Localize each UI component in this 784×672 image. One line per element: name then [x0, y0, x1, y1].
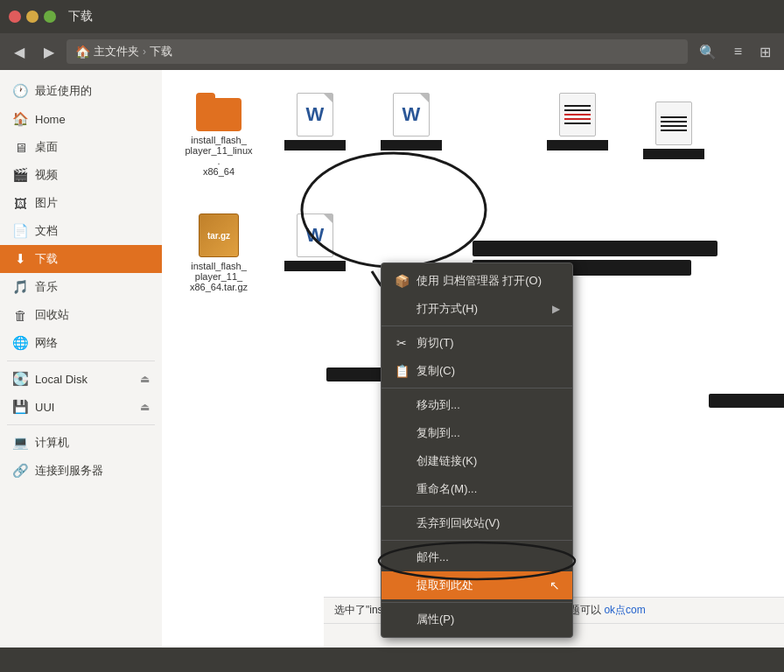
videos-icon: 🎬 — [12, 167, 28, 183]
ctx-label-copy: 复制(C) — [416, 363, 455, 379]
cursor-indicator: ↖ — [550, 578, 560, 592]
sidebar-item-computer[interactable]: 💻 计算机 — [0, 429, 162, 457]
word-icon-2: W — [393, 93, 430, 136]
sidebar-item-uui[interactable]: 💾 UUI ⏏ — [0, 393, 162, 421]
localdisk-eject-icon[interactable]: ⏏ — [140, 373, 150, 385]
file-item-doc1[interactable] — [538, 88, 617, 182]
sidebar-item-desktop[interactable]: 🖥 桌面 — [0, 133, 162, 161]
sidebar-label-music: 音乐 — [35, 279, 58, 295]
file-label-pdf1 — [643, 149, 704, 159]
toolbar: ◀ ▶ 🏠 主文件夹 › 下载 🔍 ≡ ⊞ — [0, 33, 784, 70]
connect-icon: 🔗 — [12, 463, 28, 479]
file-item-word3[interactable]: W — [276, 208, 354, 298]
ctx-email[interactable]: 邮件... — [382, 543, 572, 571]
file-label-tar: install_flash_player_11_x86_64.tar.gz — [190, 261, 248, 292]
sidebar-label-pictures: 图片 — [35, 195, 58, 211]
redacted-area-3 — [709, 394, 784, 408]
sidebar-label-recent: 最近使用的 — [35, 83, 92, 99]
file-label-word3 — [284, 261, 346, 271]
sidebar-label-desktop: 桌面 — [35, 139, 58, 155]
copy-icon: 📋 — [394, 364, 410, 378]
pdf-icon-1 — [655, 102, 692, 145]
desktop-icon: 🖥 — [12, 140, 28, 155]
sidebar-item-recent[interactable]: 🕐 最近使用的 — [0, 77, 162, 105]
ctx-label-rename: 重命名(M)... — [416, 481, 477, 497]
search-button[interactable]: 🔍 — [693, 40, 723, 64]
file-item-pdf1[interactable] — [634, 96, 713, 182]
ctx-label-properties: 属性(P) — [416, 612, 454, 627]
folder-icon — [196, 93, 242, 131]
sidebar-item-connect[interactable]: 🔗 连接到服务器 — [0, 457, 162, 485]
sidebar-label-documents: 文档 — [35, 223, 58, 239]
uui-eject-icon[interactable]: ⏏ — [140, 401, 150, 413]
back-button[interactable]: ◀ — [7, 40, 32, 64]
ctx-label-link: 创建链接(K) — [416, 453, 477, 469]
breadcrumb-bar: 🏠 主文件夹 › 下载 — [66, 39, 688, 64]
url-text: ok点com — [604, 604, 645, 616]
sidebar-item-localdisk[interactable]: 💽 Local Disk ⏏ — [0, 365, 162, 393]
minimize-button[interactable] — [26, 10, 38, 23]
sidebar-item-downloads[interactable]: ⬇ 下载 — [0, 245, 162, 273]
ctx-label-open-with: 打开方式(H) — [416, 301, 478, 317]
grid-view-button[interactable]: ⊞ — [753, 40, 777, 64]
breadcrumb-home[interactable]: 主文件夹 — [94, 44, 139, 60]
ctx-label-move-to: 移动到... — [416, 397, 460, 413]
forward-button[interactable]: ▶ — [37, 40, 61, 64]
sidebar-label-localdisk: Local Disk — [35, 373, 88, 386]
doc-icon-1 — [559, 93, 596, 136]
file-label-doc1 — [547, 140, 608, 150]
close-button[interactable] — [9, 10, 21, 23]
ctx-copy[interactable]: 📋 复制(C) — [382, 357, 572, 385]
sidebar-item-music[interactable]: 🎵 音乐 — [0, 273, 162, 301]
file-item-word1[interactable]: W — [276, 88, 354, 182]
ctx-cut[interactable]: ✂ 剪切(T) — [382, 329, 572, 357]
sidebar-item-pictures[interactable]: 🖼 图片 — [0, 189, 162, 217]
ctx-sep-1 — [382, 326, 572, 326]
archive-icon: 📦 — [394, 274, 410, 288]
file-item-word2[interactable]: W — [372, 88, 451, 182]
ctx-extract[interactable]: 提取到此处 ↖ — [382, 571, 572, 599]
file-label-folder: install_flash_player_11_linux.x86_64 — [185, 135, 253, 177]
sidebar-item-videos[interactable]: 🎬 视频 — [0, 161, 162, 189]
maximize-button[interactable] — [44, 10, 56, 23]
sidebar-label-computer: 计算机 — [35, 435, 69, 451]
ctx-open-with[interactable]: 打开方式(H) ▶ — [382, 295, 572, 323]
sidebar-item-home[interactable]: 🏠 Home — [0, 105, 162, 133]
tar-icon: tar.gz — [199, 214, 239, 257]
toolbar-right: 🔍 ≡ ⊞ — [693, 40, 777, 64]
file-item-folder[interactable]: install_flash_player_11_linux.x86_64 — [179, 88, 258, 182]
recent-icon: 🕐 — [12, 83, 28, 99]
ctx-trash[interactable]: 丢弃到回收站(V) — [382, 509, 572, 537]
ctx-label-extract: 提取到此处 — [416, 578, 473, 593]
ctx-label-cut: 剪切(T) — [416, 335, 454, 351]
home-sidebar-icon: 🏠 — [12, 111, 28, 127]
window-title: 下载 — [68, 9, 93, 24]
file-item-tar[interactable]: tar.gz install_flash_player_11_x86_64.ta… — [179, 208, 258, 298]
uui-icon: 💾 — [12, 399, 28, 415]
ctx-sep-2 — [382, 388, 572, 388]
trash-icon: 🗑 — [12, 308, 28, 323]
sidebar-label-downloads: 下载 — [35, 251, 58, 267]
word-icon-3: W — [297, 214, 333, 257]
ctx-link[interactable]: 创建链接(K) — [382, 447, 572, 475]
breadcrumb-downloads[interactable]: 下载 — [150, 44, 172, 60]
sidebar-item-trash[interactable]: 🗑 回收站 — [0, 301, 162, 329]
ctx-open-archive[interactable]: 📦 使用 归档管理器 打开(O) — [382, 267, 572, 295]
ctx-copy-to[interactable]: 复制到... — [382, 419, 572, 447]
home-icon: 🏠 — [75, 45, 90, 59]
music-icon: 🎵 — [12, 279, 28, 295]
sidebar-item-network[interactable]: 🌐 网络 — [0, 329, 162, 357]
ctx-label-email: 邮件... — [416, 550, 449, 565]
sidebar-item-documents[interactable]: 📄 文档 — [0, 217, 162, 245]
ctx-sep-4 — [382, 540, 572, 541]
ctx-move-to[interactable]: 移动到... — [382, 391, 572, 419]
list-view-button[interactable]: ≡ — [728, 40, 748, 63]
window-controls[interactable] — [9, 10, 56, 23]
file-label-word1 — [284, 140, 346, 150]
ctx-properties[interactable]: 属性(P) — [382, 606, 572, 634]
ctx-label-open-archive: 使用 归档管理器 打开(O) — [416, 273, 542, 289]
cut-icon: ✂ — [394, 336, 410, 350]
submenu-arrow: ▶ — [552, 303, 560, 315]
documents-icon: 📄 — [12, 223, 28, 239]
ctx-rename[interactable]: 重命名(M)... — [382, 475, 572, 503]
